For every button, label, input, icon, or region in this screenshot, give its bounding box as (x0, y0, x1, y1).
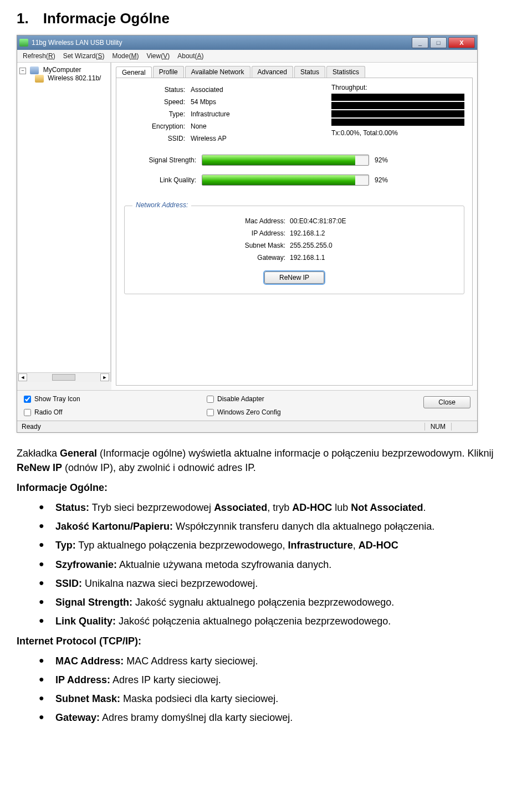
throughput-bar (331, 119, 464, 126)
tree-node-adapter[interactable]: Wireless 802.11b/ (19, 74, 108, 83)
close-button[interactable]: Close (423, 396, 470, 408)
close-window-button[interactable]: X (448, 37, 475, 48)
menu-text: ) (167, 52, 170, 60)
list-item: Jakość Kartonu/Papieru: Współczynnik tra… (39, 519, 515, 534)
text-bold: Status: (55, 502, 89, 513)
value-ip: 192.168.1.2 (290, 227, 325, 239)
menu-view[interactable]: View(V) (146, 52, 170, 60)
text: Zakładka (17, 448, 60, 459)
check-label: Show Tray Icon (34, 395, 80, 403)
tcpip-list: MAC Address: MAC Address karty sieciowej… (17, 654, 515, 725)
check-windows-zero-config[interactable]: Windows Zero Config (207, 408, 281, 416)
checkbox[interactable] (207, 409, 214, 416)
section-heading: 1. Informacje Ogólne (17, 10, 515, 27)
text: Jakość sygnału aktualnego połączenia bez… (132, 597, 394, 608)
text: (odnów IP), aby zwolnić i odnowić adres … (62, 462, 256, 473)
scroll-thumb[interactable] (52, 374, 75, 381)
text: Typ aktualnego połączenia bezprzewodoweg… (76, 540, 288, 551)
checkbox[interactable] (207, 396, 214, 403)
main-split: − MyComputer Wireless 802.11b/ ◄ ► Gener… (17, 63, 477, 390)
throughput-graph (331, 94, 464, 126)
label-gateway: Gateway: (130, 252, 285, 264)
link-quality-bar (202, 175, 369, 186)
label-speed: Speed: (124, 96, 185, 108)
value-throughput-tx: Tx:0.00%, Total:0.00% (331, 129, 464, 137)
text-bold: Not Associated (351, 502, 423, 513)
list-item: Szyfrowanie: Aktualnie używana metoda sz… (39, 557, 515, 572)
minimize-button[interactable]: _ (412, 37, 428, 48)
menu-text: ) (136, 52, 139, 60)
tab-profile[interactable]: Profile (153, 66, 184, 78)
heading-general-info: Informacje Ogólne: (17, 480, 515, 495)
scroll-right-icon[interactable]: ► (100, 373, 109, 381)
tab-statistics[interactable]: Statistics (326, 66, 365, 78)
text: Adres bramy domyślnej dla karty sieciowe… (100, 712, 293, 723)
tab-available-network[interactable]: Available Network (185, 66, 250, 78)
tab-general[interactable]: General (116, 66, 152, 78)
tab-body-general: Status:Associated Speed:54 Mbps Type:Inf… (116, 78, 473, 386)
menu-text: ) (102, 52, 104, 60)
menu-set-wizard[interactable]: Set Wizard(S) (63, 52, 105, 60)
check-label: Disable Adapter (217, 395, 264, 403)
link-quality-fill (202, 175, 355, 185)
label-status: Status: (124, 84, 185, 96)
device-tree: − MyComputer Wireless 802.11b/ ◄ ► (17, 63, 111, 382)
wifi-icon (19, 39, 28, 47)
menu-text: Refresh( (23, 52, 48, 60)
renew-ip-button[interactable]: ReNew IP (264, 272, 324, 284)
text: Adres IP karty sieciowej. (110, 674, 221, 685)
throughput-bar (331, 102, 464, 109)
label-mac: Mac Address: (130, 215, 285, 227)
text: . (423, 502, 426, 513)
text-bold: IP Address: (55, 674, 110, 685)
status-num: NUM (424, 423, 451, 431)
legend-network-address: Network Address: (132, 201, 191, 209)
scroll-left-icon[interactable]: ◄ (18, 373, 27, 381)
status-blank (451, 423, 473, 431)
tab-advanced[interactable]: Advanced (252, 66, 293, 78)
check-radio-off[interactable]: Radio Off (24, 408, 162, 416)
maximize-button[interactable]: □ (430, 37, 447, 48)
tab-status[interactable]: Status (294, 66, 325, 78)
menu-refresh[interactable]: Refresh(R) (23, 52, 55, 60)
checkbox[interactable] (24, 409, 31, 416)
value-link-quality: 92% (375, 176, 388, 184)
bottom-options: Show Tray Icon Radio Off Disable Adapter… (17, 390, 477, 421)
tree-label: MyComputer (43, 66, 81, 74)
text-bold: Szyfrowanie: (55, 559, 117, 570)
text: Aktualnie używana metoda szyfrowania dan… (117, 559, 331, 570)
value-encryption: None (191, 120, 207, 132)
network-address-group: Network Address: Mac Address:00:E0:4C:81… (124, 206, 464, 294)
text-bold: Jakość Kartonu/Papieru: (55, 521, 173, 532)
check-disable-adapter[interactable]: Disable Adapter (207, 395, 281, 403)
checkbox[interactable] (24, 396, 31, 403)
doc-body: Zakładka General (Informacje ogólne) wyś… (17, 446, 515, 725)
text: Maska podsieci dla karty sieciowej. (120, 693, 278, 704)
menu-about[interactable]: About(A) (177, 52, 203, 60)
value-type: Infrastructure (191, 108, 230, 120)
check-show-tray-icon[interactable]: Show Tray Icon (24, 395, 162, 403)
text: Tryb sieci bezprzewodowej (89, 502, 214, 513)
tree-node-mycomputer[interactable]: − MyComputer (19, 66, 108, 74)
text-bold: MAC Address: (55, 655, 124, 667)
window-buttons: _ □ X (412, 37, 475, 48)
menu-accel: A (197, 52, 202, 60)
value-ssid: Wireless AP (191, 132, 227, 145)
list-item: Link Quality: Jakość połączenia aktualne… (39, 614, 515, 628)
menu-text: View( (146, 52, 163, 60)
list-item: SSID: Unikalna nazwa sieci bezprzewodowe… (39, 576, 515, 591)
text: , tryb (267, 502, 292, 513)
signal-fill (202, 155, 355, 165)
label-throughput: Throughput: (331, 84, 464, 91)
menu-text: Set Wizard( (63, 52, 98, 60)
text-bold: ReNew IP (17, 462, 62, 473)
heading-tcpip: Internet Protocol (TCP/IP): (17, 634, 515, 648)
tabstrip: General Profile Available Network Advanc… (111, 63, 477, 78)
menu-mode[interactable]: Mode(M) (112, 52, 139, 60)
list-item: Typ: Typ aktualnego połączenia bezprzewo… (39, 538, 515, 552)
status-bar: Ready NUM (17, 421, 477, 432)
adapter-icon (35, 75, 44, 83)
expand-toggle-icon[interactable]: − (19, 68, 26, 74)
computer-icon (30, 66, 39, 74)
tree-scrollbar[interactable]: ◄ ► (17, 372, 110, 382)
